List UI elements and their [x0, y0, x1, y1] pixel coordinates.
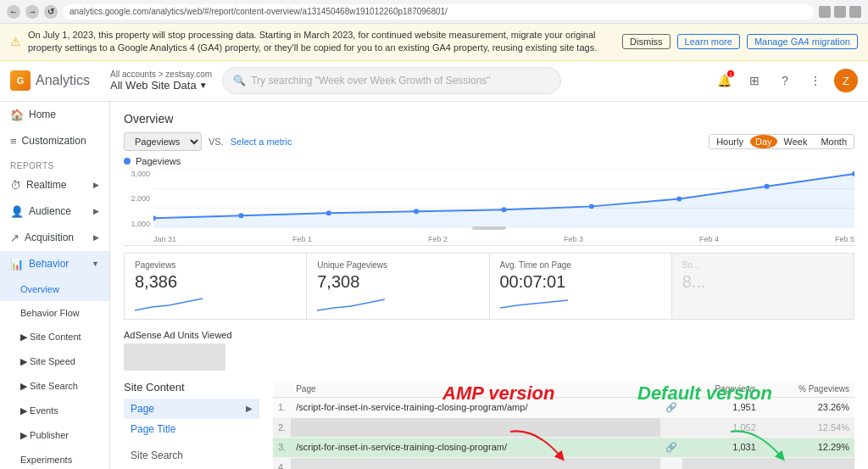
row-page-3[interactable]: /script-for-inset-in-service-training-cl… — [291, 437, 660, 457]
sidebar-item-site-search[interactable]: ▶ Site Search — [0, 374, 109, 399]
svg-point-6 — [326, 210, 331, 215]
dismiss-button[interactable]: Dismiss — [622, 34, 670, 49]
overview-title: Overview — [124, 112, 854, 126]
x-label-feb2: Feb 2 — [428, 235, 448, 243]
table-row: 1. /script-for-inset-in-service-training… — [273, 397, 854, 417]
sidebar-item-site-speed[interactable]: ▶ Site Speed — [0, 349, 109, 374]
adsense-section: AdSense Ad Units Viewed — [124, 330, 854, 371]
stat-label-bounce: Bo... — [682, 260, 843, 270]
notifications-button[interactable]: 🔔 1 — [712, 69, 736, 92]
sidebar-item-audience[interactable]: 👤 Audience ▶ — [0, 198, 109, 225]
forward-button[interactable]: → — [25, 5, 39, 19]
chart-controls: Pageviews VS. Select a metric Hourly Day… — [124, 132, 854, 151]
svg-point-9 — [589, 204, 594, 209]
nav-item-page[interactable]: Page ▶ — [124, 399, 259, 419]
nav-item-page-label: Page — [131, 403, 154, 415]
row-ext-2 — [660, 417, 682, 437]
stat-sparkline-bounce — [682, 295, 843, 312]
sidebar-item-realtime[interactable]: ⏱ Realtime ▶ — [0, 172, 109, 198]
refresh-button[interactable]: ↺ — [44, 5, 58, 19]
sidebar-label-customization: Customization — [22, 135, 86, 147]
browser-bar: ← → ↺ — [0, 0, 868, 24]
day-button[interactable]: Day — [750, 135, 777, 148]
apps-button[interactable]: ⊞ — [743, 69, 766, 92]
stat-pageviews: Pageviews 8,386 — [125, 254, 307, 319]
x-axis: Jan 31 Feb 1 Feb 2 Feb 3 Feb 4 Feb 5 — [153, 235, 854, 243]
sidebar-item-behavior[interactable]: 📊 Behavior ▼ — [0, 251, 109, 277]
nav-item-search-term[interactable]: Search Term — [124, 465, 259, 469]
sidebar-item-home[interactable]: 🏠 Home — [0, 102, 109, 128]
browser-profile-icon — [849, 6, 861, 18]
manage-ga4-button[interactable]: Manage GA4 migration — [747, 34, 858, 49]
x-label-jan31: Jan 31 — [153, 235, 176, 243]
learn-more-button[interactable]: Learn more — [677, 34, 740, 49]
customization-icon: ≡ — [10, 135, 17, 148]
sidebar-item-customization[interactable]: ≡ Customization — [0, 128, 109, 154]
user-avatar[interactable]: Z — [834, 69, 858, 92]
sidebar-label-overview: Overview — [20, 284, 59, 294]
help-button[interactable]: ? — [773, 69, 797, 92]
legend-dot — [124, 158, 131, 165]
stat-label-pageviews: Pageviews — [135, 260, 296, 270]
row-pct-2: 12.54% — [761, 417, 854, 437]
more-options-button[interactable]: ⋮ — [804, 69, 827, 92]
back-button[interactable]: ← — [7, 5, 20, 19]
stat-label-avg-time: Avg. Time on Page — [500, 260, 661, 270]
site-content-nav: Site Content Page ▶ Page Title Site Sear… — [124, 381, 259, 469]
sidebar-label-site-search: ▶ Site Search — [20, 381, 78, 392]
browser-icons — [819, 6, 861, 18]
vs-label: VS. — [209, 137, 224, 147]
row-page-1[interactable]: /script-for-inset-in-service-training-cl… — [291, 397, 660, 417]
x-label-feb1: Feb 1 — [292, 235, 312, 243]
week-button[interactable]: Week — [777, 135, 815, 148]
col-page: Page — [291, 381, 660, 398]
row-page-2[interactable] — [291, 417, 660, 437]
nav-subsection-site-search-title: Site Search — [124, 446, 259, 465]
property-name: All Web Site Data ▼ — [110, 79, 212, 92]
sidebar-label-site-speed: ▶ Site Speed — [20, 356, 75, 367]
sidebar-item-overview[interactable]: Overview — [0, 277, 109, 301]
sidebar-item-publisher[interactable]: ▶ Publisher — [0, 423, 109, 448]
row-ext-1: 🔗 — [660, 397, 682, 417]
legend-label: Pageviews — [136, 156, 181, 166]
sidebar-item-site-content[interactable]: ▶ Site Content — [0, 325, 109, 349]
nav-item-page-title[interactable]: Page Title — [124, 419, 259, 439]
row-pct-3: 12.29% — [761, 437, 854, 457]
sidebar-item-events[interactable]: ▶ Events — [0, 399, 109, 423]
property-selector[interactable]: All accounts > zestsay.com All Web Site … — [110, 70, 212, 92]
header-actions: 🔔 1 ⊞ ? ⋮ Z — [712, 69, 858, 92]
address-bar[interactable] — [63, 4, 814, 20]
right-content-col: AMP version Default version — [273, 381, 854, 469]
realtime-icon: ⏱ — [10, 179, 21, 192]
main-layout: 🏠 Home ≡ Customization REPORTS ⏱ Realtim… — [0, 102, 868, 469]
sidebar-item-behavior-flow[interactable]: Behavior Flow — [0, 301, 109, 325]
acquisition-expand-icon: ▶ — [93, 233, 99, 242]
month-button[interactable]: Month — [814, 135, 854, 148]
search-placeholder: Try searching "Week over Week Growth of … — [251, 75, 490, 87]
svg-point-7 — [414, 209, 419, 214]
metric-select[interactable]: Pageviews — [124, 132, 202, 151]
x-label-feb4: Feb 4 — [699, 235, 719, 243]
browser-extension-icon — [819, 6, 831, 18]
select-metric-link[interactable]: Select a metric — [231, 137, 292, 147]
row-page-4 — [291, 457, 660, 469]
notification-badge: 1 — [727, 70, 734, 77]
nav-item-page-arrow: ▶ — [246, 404, 253, 413]
row-ext-3: 🔗 — [660, 437, 682, 457]
stat-label-unique: Unique Pageviews — [317, 260, 478, 270]
acquisition-icon: ↗ — [10, 232, 19, 244]
table-row: 4. — [273, 457, 854, 469]
y-label-2000: 2,000 — [131, 194, 150, 203]
hourly-button[interactable]: Hourly — [709, 135, 750, 148]
chart-scrollbar[interactable] — [472, 226, 506, 230]
svg-marker-3 — [153, 174, 854, 228]
search-bar[interactable]: 🔍 Try searching "Week over Week Growth o… — [222, 67, 561, 94]
sidebar-item-acquisition[interactable]: ↗ Acquisition ▶ — [0, 225, 109, 251]
sidebar-label-site-content: ▶ Site Content — [20, 332, 81, 343]
sidebar-label-publisher: ▶ Publisher — [20, 430, 69, 441]
x-label-feb5: Feb 5 — [835, 235, 854, 243]
sidebar-label-audience: Audience — [29, 205, 71, 217]
sidebar-item-experiments[interactable]: Experiments — [0, 448, 109, 469]
sidebar-label-realtime: Realtime — [26, 179, 66, 191]
row-num-1: 1. — [273, 397, 291, 417]
